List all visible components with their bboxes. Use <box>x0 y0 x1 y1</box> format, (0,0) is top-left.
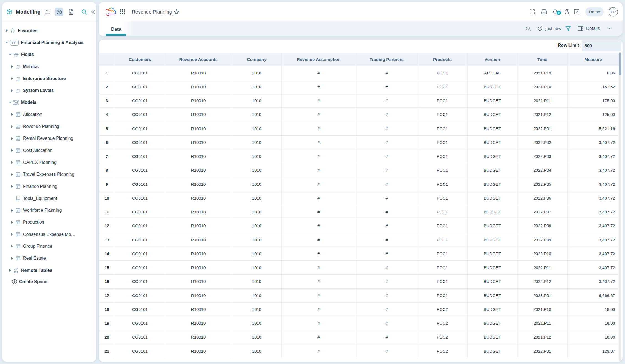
folder-icon[interactable] <box>45 9 51 15</box>
table-row[interactable]: 10CG0101R100101010##PCC1BUDGET2022.P063,… <box>99 191 619 205</box>
caret-right-icon[interactable] <box>10 244 14 248</box>
details-panel-icon[interactable] <box>578 26 583 31</box>
tree-item-group-finance[interactable]: Group Finance <box>2 240 96 252</box>
inbox-icon[interactable] <box>541 9 547 15</box>
table-row[interactable]: 19CG0101R100101010##PCC2BUDGET2021.P1118… <box>99 316 619 330</box>
collapse-double-chevron-icon[interactable] <box>90 9 96 15</box>
table-row[interactable]: 3CG0101R100101010##PCC1BUDGET2021.P11175… <box>99 94 619 108</box>
row-limit-input[interactable]: 500 <box>582 40 621 51</box>
caret-down-icon[interactable] <box>5 41 9 44</box>
caret-right-icon[interactable] <box>10 257 14 260</box>
more-actions-icon[interactable]: ⋯ <box>607 25 612 32</box>
table-row[interactable]: 1CG0101R100101010##PCC1ACTUAL2021.P106.0… <box>99 66 619 80</box>
tree-item-financial-planning-analysis[interactable]: FPFinancial Planning & Analysis <box>2 37 96 48</box>
tree-item-revenue-planning[interactable]: Revenue Planning <box>2 120 96 132</box>
caret-right-icon[interactable] <box>10 233 14 236</box>
table-row[interactable]: 20CG0101R100101010##PCC2BUDGET2021.P1218… <box>99 330 619 344</box>
dark-mode-moon-icon[interactable] <box>564 9 570 15</box>
tree-item-create-space[interactable]: Create Space <box>2 276 96 287</box>
table-row[interactable]: 21CG0101R100101010##PCC2BUDGET2022.P0112… <box>99 344 619 358</box>
table-row[interactable]: 2CG0101R100101010##PCC1BUDGET2021.P10151… <box>99 80 619 94</box>
tree-item-tools-equipment[interactable]: Tools_Equipment <box>2 192 96 204</box>
caret-right-icon[interactable] <box>10 113 14 116</box>
row-number: 16 <box>99 275 115 288</box>
table-row[interactable]: 8CG0101R100101010##PCC1BUDGET2022.P043,4… <box>99 163 619 177</box>
table-row[interactable]: 12CG0101R100101010##PCC1BUDGET2022.P083,… <box>99 219 619 233</box>
tree-item-enterprise-structure[interactable]: Enterprise Structure <box>2 73 96 84</box>
caret-right-icon[interactable] <box>10 209 14 212</box>
help-icon[interactable]: ? <box>574 9 579 15</box>
table-row[interactable]: 15CG0101R100101010##PCC1BUDGET2022.P113,… <box>99 261 619 275</box>
caret-right-icon[interactable] <box>5 29 9 32</box>
tree-item-fields[interactable]: Fields <box>2 49 96 61</box>
column-header-version[interactable]: Version <box>467 53 517 66</box>
table-row[interactable]: 9CG0101R100101010##PCC1BUDGET2022.P053,4… <box>99 177 619 191</box>
vertical-scrollbar-track[interactable] <box>619 52 621 361</box>
tree-item-cost-allocation[interactable]: Cost Allocation <box>2 144 96 156</box>
column-header-time[interactable]: Time <box>517 53 567 66</box>
report-doc-icon[interactable] <box>68 9 74 15</box>
caret-right-icon[interactable] <box>10 161 14 164</box>
tree-item-remote-tables[interactable]: Remote Tables <box>2 264 96 276</box>
caret-right-icon[interactable] <box>10 89 14 92</box>
column-header-revenue-assumption[interactable]: Revenue Assumption <box>281 53 356 66</box>
tree-item-consensus-expense-mo[interactable]: Consensus Expense Mo… <box>2 228 96 240</box>
caret-down-icon[interactable] <box>8 53 12 56</box>
caret-right-icon[interactable] <box>10 125 14 128</box>
fullscreen-icon[interactable] <box>529 9 535 15</box>
tab-data[interactable]: Data <box>99 21 134 36</box>
tree-item-capex-planning[interactable]: CAPEX Planning <box>2 156 96 168</box>
caret-right-icon[interactable] <box>10 65 14 68</box>
tree-item-favorites[interactable]: Favorites <box>2 25 96 37</box>
table-row[interactable]: 18CG0101R100101010##PCC2BUDGET2021.P1018… <box>99 302 619 316</box>
column-header-revenue-accounts[interactable]: Revenue Accounts <box>165 53 232 66</box>
caret-right-icon[interactable] <box>10 173 14 176</box>
cell: CG0101 <box>115 163 165 177</box>
caret-right-icon[interactable] <box>8 269 12 272</box>
refresh-icon[interactable] <box>537 26 542 31</box>
column-header-trading-partners[interactable]: Trading Partners <box>356 53 417 66</box>
tree-item-workforce-planning[interactable]: Workforce Planning <box>2 204 96 216</box>
table-row[interactable]: 6CG0101R100101010##PCC1BUDGET2022.P023,4… <box>99 135 619 149</box>
table-row[interactable]: 7CG0101R100101010##PCC1BUDGET2022.P033,4… <box>99 149 619 163</box>
table-row[interactable]: 13CG0101R100101010##PCC1BUDGET2022.P093,… <box>99 233 619 247</box>
table-row[interactable]: 4CG0101R100101010##PCC1BUDGET2021.P12125… <box>99 108 619 122</box>
table-search-icon[interactable] <box>525 26 531 31</box>
column-header-company[interactable]: Company <box>232 53 281 66</box>
column-header-measure[interactable]: Measure <box>567 53 619 66</box>
details-button-label[interactable]: Details <box>586 26 600 31</box>
tree-item-system-levels[interactable]: System Levels <box>2 84 96 96</box>
table-row[interactable]: 14CG0101R100101010##PCC1BUDGET2022.P103,… <box>99 247 619 260</box>
caret-right-icon[interactable] <box>10 77 14 80</box>
caret-right-icon[interactable] <box>10 137 14 140</box>
caret-right-icon[interactable] <box>10 221 14 224</box>
cell: 6.06 <box>567 66 619 80</box>
tree-item-allocation[interactable]: Allocation <box>2 109 96 120</box>
caret-right-icon[interactable] <box>10 149 14 152</box>
tree-item-real-estate[interactable]: Real Estate <box>2 252 96 264</box>
favorite-star-icon[interactable] <box>174 9 179 15</box>
cube-view-button[interactable] <box>55 8 63 16</box>
table-row[interactable]: 11CG0101R100101010##PCC1BUDGET2022.P073,… <box>99 205 619 219</box>
tree-item-rental-revenue-planning[interactable]: Rental Revenue Planning <box>2 133 96 144</box>
search-icon[interactable] <box>81 9 87 15</box>
cell: BUDGET <box>467 94 517 108</box>
app-launcher-grid-icon[interactable] <box>120 9 125 14</box>
tree-item-metrics[interactable]: Metrics <box>2 61 96 73</box>
tree-item-travel-expenses-planning[interactable]: Travel Expenses Planning <box>2 169 96 180</box>
caret-down-icon[interactable] <box>8 101 12 104</box>
table-row[interactable]: 17CG0101R100101010##PCC1BUDGET2023.P016,… <box>99 288 619 302</box>
user-avatar[interactable]: PP <box>609 7 618 16</box>
column-header-products[interactable]: Products <box>417 53 467 66</box>
datasphere-logo-icon[interactable] <box>106 7 116 16</box>
column-header-customers[interactable]: Customers <box>115 53 165 66</box>
tree-item-finance-planning[interactable]: Finance Planning <box>2 180 96 192</box>
caret-right-icon[interactable] <box>10 185 14 188</box>
tree-item-production[interactable]: Production <box>2 216 96 228</box>
table-row[interactable]: 16CG0101R100101010##PCC1BUDGET2022.P123,… <box>99 275 619 288</box>
vertical-scrollbar-thumb[interactable] <box>619 53 621 75</box>
table-row[interactable]: 5CG0101R100101010##PCC1BUDGET2022.P015,5… <box>99 122 619 135</box>
demo-environment-badge[interactable]: Demo <box>585 7 604 16</box>
filter-funnel-icon[interactable] <box>565 26 571 31</box>
tree-item-models[interactable]: Models <box>2 97 96 109</box>
